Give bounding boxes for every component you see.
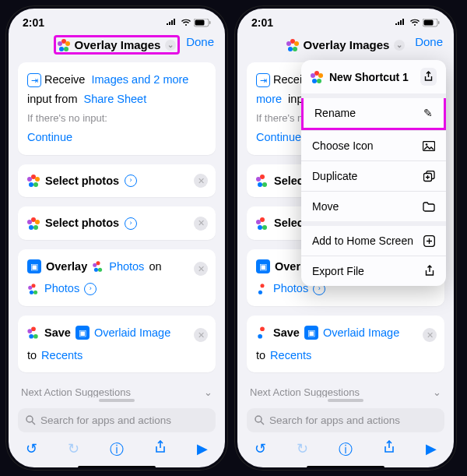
plus-app-icon: [423, 235, 435, 247]
status-time: 2:01: [251, 16, 273, 29]
token-photos-1[interactable]: Photos: [109, 257, 144, 277]
shortcut-name: New Shortcut 1: [329, 71, 414, 83]
save-action[interactable]: Save ▣ Overlaid Image to Recents ✕: [18, 316, 216, 372]
delete-action-icon[interactable]: ✕: [194, 262, 208, 276]
shortcut-title: Overlay Images: [304, 38, 390, 51]
menu-duplicate[interactable]: Duplicate: [301, 160, 446, 191]
expand-icon[interactable]: ›: [84, 283, 97, 295]
expand-icon[interactable]: ›: [125, 175, 137, 187]
menu-export[interactable]: Export File: [301, 256, 446, 286]
run-button[interactable]: ▶: [426, 440, 437, 459]
photos-app-icon: [27, 327, 39, 339]
menu-choose-icon[interactable]: Choose Icon: [301, 130, 446, 160]
suggestions-label: Next Action Suggestions: [250, 386, 360, 397]
home-indicator: [307, 466, 384, 469]
overlay-icon: ▣: [27, 259, 41, 273]
menu-add-home[interactable]: Add to Home Screen: [301, 226, 446, 256]
svg-rect-6: [424, 19, 434, 25]
token-more-trunc[interactable]: more: [256, 93, 282, 105]
shortcut-title-button[interactable]: Overlay Images ⌄: [280, 35, 412, 55]
token-recents[interactable]: Recents: [270, 346, 311, 365]
pencil-icon: ✎: [423, 107, 433, 119]
menu-rename[interactable]: Rename ✎: [301, 98, 446, 130]
share-button[interactable]: [154, 440, 167, 459]
info-button[interactable]: ⓘ: [339, 440, 353, 459]
token-overlaid-image[interactable]: Overlaid Image: [94, 323, 170, 343]
token-continue[interactable]: Continue: [256, 131, 301, 143]
menu-item-label: Add to Home Screen: [312, 234, 413, 247]
status-bar: 2:01: [237, 9, 454, 30]
photos-mini-icon: [28, 284, 39, 294]
overlay-icon: ▣: [256, 259, 270, 273]
token-recents[interactable]: Recents: [41, 346, 83, 365]
delete-action-icon[interactable]: ✕: [194, 328, 208, 342]
chevron-down-icon: ⌄: [204, 386, 212, 397]
token-images[interactable]: Images and 2 more: [91, 73, 188, 86]
info-button[interactable]: ⓘ: [110, 440, 124, 459]
shortcuts-app-icon: [311, 71, 323, 83]
text-save: Save: [273, 323, 300, 343]
share-icon[interactable]: [420, 68, 437, 86]
overlay-action[interactable]: ▣ Overlay Photos on Photos › ✕: [18, 249, 216, 306]
search-field[interactable]: Search for apps and actions: [18, 408, 216, 432]
search-field[interactable]: Search for apps and actions: [247, 408, 444, 432]
token-photos-2[interactable]: Photos: [44, 279, 79, 298]
svg-point-8: [255, 416, 262, 422]
duplicate-icon: [423, 171, 435, 182]
token-continue[interactable]: Continue: [27, 131, 72, 143]
shortcuts-app-icon: [286, 39, 299, 51]
drag-indicator[interactable]: [328, 399, 363, 402]
token-share-sheet[interactable]: Share Sheet: [84, 93, 147, 105]
svg-rect-2: [209, 21, 211, 24]
redo-button[interactable]: ↻: [68, 440, 79, 459]
select-photos-action-1[interactable]: Select photos › ✕: [18, 164, 216, 198]
shortcut-title-button[interactable]: Overlay Images ⌄: [54, 35, 181, 55]
text-input-from: input from: [27, 93, 77, 105]
delete-action-icon[interactable]: ✕: [194, 217, 208, 231]
photos-mini-icon: [93, 261, 104, 272]
undo-button[interactable]: ↺: [255, 440, 266, 459]
delete-action-icon[interactable]: ✕: [423, 328, 437, 342]
delete-action-icon[interactable]: ✕: [194, 174, 208, 188]
select-photos-action-2[interactable]: Select photos › ✕: [18, 206, 216, 240]
run-button[interactable]: ▶: [197, 440, 208, 459]
undo-button[interactable]: ↺: [26, 440, 37, 459]
phone-right-menu-open: 2:01 Overlay Images ⌄ Done ⇥ Recei more …: [235, 6, 456, 470]
action-label: Select photos: [45, 213, 119, 233]
search-placeholder: Search for apps and actions: [40, 414, 171, 426]
shortcut-title: Overlay Images: [75, 38, 161, 51]
text-on: on: [149, 257, 161, 277]
photos-app-icon: [27, 217, 40, 230]
drag-indicator[interactable]: [99, 399, 135, 402]
photos-app-icon: [256, 327, 268, 339]
share-button[interactable]: [383, 440, 395, 459]
token-overlaid-image[interactable]: Overlaid Image: [323, 323, 399, 343]
next-action-suggestions[interactable]: Next Action Suggestions ⌄: [247, 382, 444, 397]
menu-move[interactable]: Move: [301, 191, 446, 221]
wifi-icon: [181, 19, 191, 26]
bottom-toolbar: ↺ ↻ ⓘ ▶: [237, 432, 454, 462]
svg-line-4: [32, 421, 35, 425]
done-button[interactable]: Done: [186, 35, 214, 48]
text-overlay: Overlay: [46, 257, 87, 277]
picture-icon: [423, 141, 435, 151]
next-action-suggestions[interactable]: Next Action Suggestions ⌄: [18, 382, 216, 397]
shortcut-options-menu: New Shortcut 1 Rename ✎ Choose Icon Dupl…: [301, 60, 446, 286]
text-overlay-trunc: Overl: [275, 257, 304, 277]
image-var-icon: ▣: [304, 326, 318, 340]
image-var-icon: ▣: [75, 326, 90, 340]
text-to: to: [27, 346, 37, 365]
done-button[interactable]: Done: [415, 35, 443, 48]
photos-app-icon: [256, 217, 269, 230]
expand-icon[interactable]: ›: [125, 217, 137, 230]
editor-header: Overlay Images ⌄ Done: [9, 30, 225, 62]
save-action[interactable]: Save ▣ Overlaid Image to Recents ✕: [247, 316, 444, 372]
receive-input-card: ⇥ Receive Images and 2 more input from S…: [18, 62, 216, 155]
redo-button[interactable]: ↻: [297, 440, 308, 459]
battery-icon: [194, 19, 211, 27]
search-placeholder: Search for apps and actions: [269, 414, 400, 426]
menu-item-label: Duplicate: [312, 170, 357, 182]
status-bar: 2:01: [9, 9, 225, 30]
svg-line-9: [261, 421, 264, 425]
wifi-icon: [409, 19, 420, 26]
